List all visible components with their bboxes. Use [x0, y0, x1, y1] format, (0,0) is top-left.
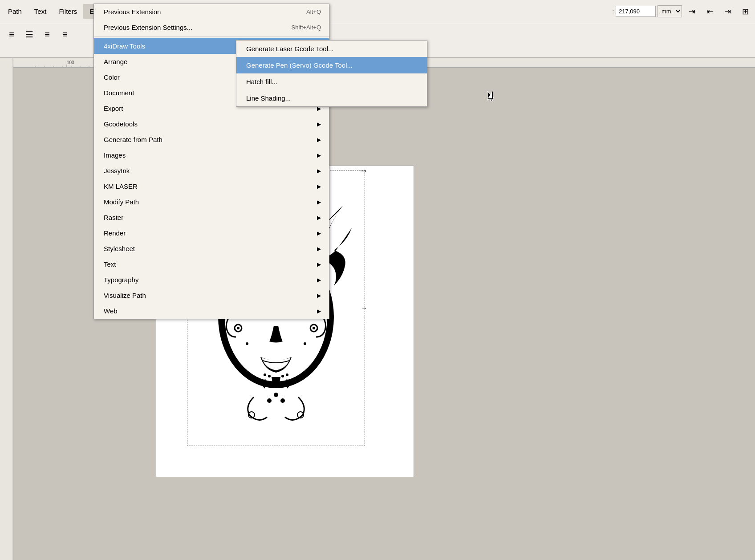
arrow-right-icon: →	[361, 305, 367, 311]
visualize-path-label: Visualize Path	[104, 292, 146, 299]
jessyink-arrow-icon: ▶	[317, 168, 321, 174]
export-label: Export	[104, 105, 123, 112]
svg-point-48	[286, 373, 288, 376]
submenu-generate-pen-gcode[interactable]: Generate Pen (Servo) Gcode Tool...	[236, 57, 427, 73]
web-arrow-icon: ▶	[317, 308, 321, 314]
hatch-fill-label: Hatch fill...	[246, 78, 277, 85]
svg-point-63	[280, 398, 285, 403]
align-center-h-icon[interactable]: ☰	[21, 26, 37, 42]
km-laser-arrow-icon: ▶	[317, 183, 321, 190]
typography-arrow-icon: ▶	[317, 277, 321, 283]
menu-separator-1	[94, 37, 329, 37]
svg-point-62	[267, 398, 272, 403]
resize-handle-tr[interactable]: ↗	[361, 168, 367, 174]
typography-label: Typography	[104, 276, 138, 284]
web-label: Web	[104, 307, 118, 315]
modify-path-label: Modify Path	[104, 198, 139, 206]
menu-item-text[interactable]: Text ▶	[94, 256, 329, 272]
color-label: Color	[104, 73, 120, 81]
previous-extension-settings-shortcut: Shift+Alt+Q	[274, 24, 321, 31]
menu-item-gcodetools[interactable]: Gcodetools ▶	[94, 116, 329, 132]
previous-extension-settings-label: Previous Extension Settings...	[104, 24, 192, 31]
menu-item-images[interactable]: Images ▶	[94, 147, 329, 163]
menu-item-modify-path[interactable]: Modify Path ▶	[94, 194, 329, 210]
toolbar-right: : mm px cm in ⇥ ⇤ ⇥ ⊞	[612, 4, 753, 20]
menu-item-jessyink[interactable]: JessyInk ▶	[94, 163, 329, 179]
text-arrow-icon: ▶	[317, 261, 321, 268]
line-shading-label: Line Shading...	[246, 94, 291, 102]
raster-label: Raster	[104, 214, 123, 221]
modify-path-arrow-icon: ▶	[317, 199, 321, 205]
svg-point-45	[264, 373, 266, 376]
menu-item-web[interactable]: Web ▶	[94, 303, 329, 319]
align-right-icon[interactable]: ≡	[39, 26, 55, 42]
gen-path-arrow-icon: ▶	[317, 137, 321, 143]
svg-point-59	[246, 342, 248, 345]
render-arrow-icon: ▶	[317, 230, 321, 236]
dimension-label: :	[612, 8, 614, 15]
text-menu-label: Text	[104, 260, 116, 268]
menu-item-previous-extension[interactable]: Previous Extension Alt+Q	[94, 4, 329, 20]
menu-item-raster[interactable]: Raster ▶	[94, 210, 329, 225]
raster-arrow-icon: ▶	[317, 215, 321, 221]
menu-item-stylesheet[interactable]: Stylesheet ▶	[94, 241, 329, 256]
snap-icon-3[interactable]: ⇥	[719, 4, 735, 20]
snap-icon-2[interactable]: ⇤	[702, 4, 718, 20]
svg-point-60	[304, 342, 306, 345]
resize-handle-right[interactable]: →	[361, 305, 367, 311]
4xidraw-tools-label: 4xiDraw Tools	[104, 42, 145, 50]
4xidraw-submenu: Generate Laser Gcode Tool... Generate Pe…	[236, 40, 427, 107]
menu-item-generate-from-path[interactable]: Generate from Path ▶	[94, 132, 329, 147]
svg-point-46	[268, 375, 271, 377]
previous-extension-label: Previous Extension	[104, 8, 161, 16]
stylesheet-arrow-icon: ▶	[317, 246, 321, 252]
generate-from-path-label: Generate from Path	[104, 136, 162, 143]
snap-icon-1[interactable]: ⇥	[684, 4, 700, 20]
unit-select[interactable]: mm px cm in	[658, 5, 682, 17]
dimension-width-input[interactable]	[616, 6, 656, 17]
snap-icon-4[interactable]: ⊞	[737, 4, 753, 20]
svg-point-56	[313, 327, 315, 329]
submenu-hatch-fill[interactable]: Hatch fill...	[236, 73, 427, 90]
menu-item-typography[interactable]: Typography ▶	[94, 272, 329, 288]
svg-point-47	[281, 375, 284, 377]
menu-item-render[interactable]: Render ▶	[94, 225, 329, 241]
menu-item-visualize-path[interactable]: Visualize Path ▶	[94, 288, 329, 303]
ruler-vertical	[0, 58, 13, 560]
vis-path-arrow-icon: ▶	[317, 292, 321, 299]
render-label: Render	[104, 229, 126, 237]
submenu-line-shading[interactable]: Line Shading...	[236, 90, 427, 106]
generate-laser-gcode-label: Generate Laser Gcode Tool...	[246, 45, 334, 53]
svg-text:100: 100	[67, 60, 74, 65]
menu-item-previous-extension-settings[interactable]: Previous Extension Settings... Shift+Alt…	[94, 20, 329, 35]
align-justify-icon[interactable]: ≡	[57, 26, 73, 42]
submenu-generate-laser-gcode[interactable]: Generate Laser Gcode Tool...	[236, 41, 427, 57]
gcodetools-label: Gcodetools	[104, 120, 138, 128]
previous-extension-shortcut: Alt+Q	[288, 8, 321, 15]
gcodetools-arrow-icon: ▶	[317, 121, 321, 127]
images-arrow-icon: ▶	[317, 152, 321, 158]
document-label: Document	[104, 89, 134, 97]
menubar-path[interactable]: Path	[2, 4, 28, 19]
menu-item-km-laser[interactable]: KM LASER ▶	[94, 179, 329, 194]
menubar-text[interactable]: Text	[28, 4, 53, 19]
images-label: Images	[104, 151, 126, 159]
arrange-label: Arrange	[104, 58, 127, 65]
svg-point-54	[237, 327, 239, 329]
jessyink-label: JessyInk	[104, 167, 130, 174]
generate-pen-gcode-label: Generate Pen (Servo) Gcode Tool...	[246, 61, 353, 69]
align-left-icon[interactable]: ≡	[4, 26, 20, 42]
arrow-tr-icon: ↗	[360, 166, 369, 175]
svg-point-61	[274, 393, 278, 397]
stylesheet-label: Stylesheet	[104, 245, 135, 252]
km-laser-label: KM LASER	[104, 183, 138, 190]
menubar-filters[interactable]: Filters	[53, 4, 83, 19]
